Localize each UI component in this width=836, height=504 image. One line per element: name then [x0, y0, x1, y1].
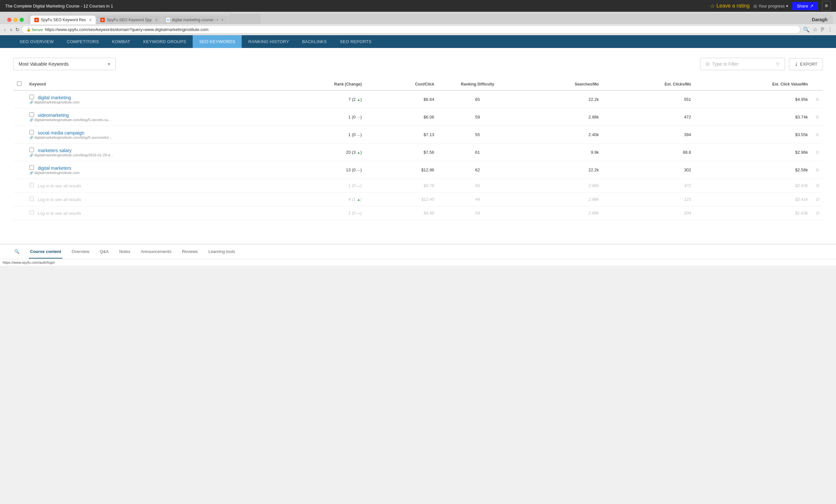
tab-reviews[interactable]: Reviews — [180, 245, 199, 258]
nav-seo-reports[interactable]: SEO Reports — [334, 35, 378, 48]
address-field[interactable]: 🔒 Secure https://www.spyfu.com/seo/keywo… — [22, 25, 800, 34]
domain-link[interactable]: 🔗digitalmarketinginstitute.com/blog/5-su… — [30, 135, 267, 139]
row-checkbox[interactable] — [30, 165, 34, 170]
nav-backlinks[interactable]: Backlinks — [296, 35, 334, 48]
tab-qa[interactable]: Q&A — [99, 245, 110, 258]
filter-icon-right: ▽ — [776, 61, 779, 66]
filter-row: Most Valuable Keywords ▾ ⊟ Type to Filte… — [13, 58, 823, 70]
copy-icon[interactable]: ⧉ — [816, 167, 819, 172]
tab3-close-icon[interactable]: ✕ — [221, 18, 224, 22]
searches-cell: 9.9k — [517, 143, 603, 161]
keyword-cell: videomarketing 🔗digitalmarketinginstitut… — [25, 109, 271, 126]
refresh-button[interactable]: ↻ — [15, 27, 20, 33]
cost-cell: $12.96 — [366, 161, 438, 179]
value-cell: $2.96k — [695, 143, 812, 161]
rank-cell: 1 (0 —) — [271, 179, 366, 193]
pinterest-icon[interactable]: ℙ — [820, 26, 825, 33]
copy-icon[interactable]: ⧉ — [816, 150, 819, 155]
browser-tab-2[interactable]: S SpyFu SEO Keyword Spy Too… ✕ — [96, 16, 162, 24]
tab2-close-icon[interactable]: ✕ — [155, 18, 158, 22]
filter-placeholder: Type to Filter — [712, 61, 739, 66]
domain-link[interactable]: 🔗digitalmarketinginstitute.com — [30, 100, 267, 104]
close-window-button[interactable] — [7, 18, 12, 22]
table-row: digital marketing 🔗digitalmarketinginsti… — [13, 91, 823, 109]
traffic-lights — [3, 15, 28, 23]
browser-tab-1[interactable]: S SpyFu SEO Keyword Researc… ✕ — [31, 16, 96, 24]
tab-announcements[interactable]: Announcements — [139, 245, 173, 258]
row-checkbox[interactable] — [30, 210, 34, 215]
copy-icon[interactable]: ⧉ — [816, 183, 819, 188]
forward-button[interactable]: › — [9, 26, 13, 33]
row-checkbox[interactable] — [30, 196, 34, 201]
cost-cell: $7.13 — [366, 126, 438, 143]
tab1-close-icon[interactable]: ✕ — [89, 18, 92, 22]
select-all-header[interactable] — [13, 78, 25, 91]
share-button[interactable]: Share ↗ — [792, 2, 818, 10]
row-checkbox[interactable] — [30, 95, 34, 99]
tab-notes[interactable]: Notes — [118, 245, 132, 258]
keyword-link[interactable]: digital marketing — [38, 95, 71, 100]
star-icon: ☆ — [710, 3, 715, 9]
minimize-window-button[interactable] — [13, 18, 18, 22]
nav-seo-overview[interactable]: SEO Overview — [13, 35, 60, 48]
bookmark-star-icon[interactable]: ☆ — [812, 26, 818, 33]
search-tab[interactable]: 🔍 — [13, 245, 21, 258]
filter-right: ⊟ Type to Filter ▽ ⤓ EXPORT — [700, 58, 823, 70]
external-link-icon: 🔗 — [30, 118, 33, 122]
copy-icon[interactable]: ⧉ — [816, 210, 819, 215]
row-select-cell — [13, 206, 25, 220]
row-checkbox[interactable] — [30, 130, 34, 135]
secure-badge: 🔒 Secure — [26, 27, 43, 32]
search-icon-button[interactable]: 🔍 — [802, 26, 810, 33]
tab-overview[interactable]: Overview — [70, 245, 91, 258]
external-link-icon: 🔗 — [30, 136, 33, 139]
nav-seo-keywords[interactable]: SEO Keywords — [193, 35, 242, 48]
row-checkbox[interactable] — [30, 148, 34, 152]
new-tab-button[interactable] — [228, 14, 261, 24]
table-header-row: Keyword Rank (Change) Cost/Click Ranking… — [13, 78, 823, 91]
tab-course-content[interactable]: Course content — [29, 245, 62, 258]
row-checkbox[interactable] — [30, 112, 34, 117]
browser-tabs: S SpyFu SEO Keyword Researc… ✕ S SpyFu S… — [28, 14, 833, 24]
maximize-window-button[interactable] — [20, 18, 24, 22]
nav-kombat[interactable]: Kombat — [106, 35, 137, 48]
copy-icon[interactable]: ⧉ — [816, 114, 819, 119]
difficulty-cell: 55 — [438, 126, 517, 143]
tab-learning-tools[interactable]: Learning tools — [207, 245, 236, 258]
leave-rating-button[interactable]: ☆ Leave a rating — [710, 3, 749, 9]
progress-icon: ◎ — [753, 4, 757, 8]
keyword-link[interactable]: marketers salary — [38, 148, 72, 153]
menu-button[interactable]: ≡ — [822, 1, 831, 11]
copy-icon[interactable]: ⧉ — [816, 132, 819, 137]
keyword-link[interactable]: social media campaign — [38, 130, 84, 135]
table-row: marketers salary 🔗digitalmarketinginstit… — [13, 143, 823, 161]
clicks-cell: 123 — [603, 193, 695, 206]
row-checkbox[interactable] — [30, 183, 34, 187]
filter-input-container[interactable]: ⊟ Type to Filter ▽ — [700, 58, 785, 70]
nav-competitors[interactable]: Competitors — [60, 35, 106, 48]
copy-icon[interactable]: ⧉ — [816, 97, 819, 102]
browser-tab-3[interactable]: G digital marketing course - Goo… ✕ — [162, 16, 228, 24]
more-options-icon[interactable]: ⋮ — [827, 26, 833, 33]
back-button[interactable]: ‹ — [3, 26, 7, 33]
keyword-cell: digital marketers 🔗digitalmarketinginsti… — [25, 161, 271, 179]
your-progress-button[interactable]: ◎ Your progress ▾ — [753, 4, 788, 8]
lock-icon: 🔒 — [26, 27, 31, 32]
domain-link[interactable]: 🔗digitalmarketinginstitute.com — [30, 171, 267, 175]
domain-link[interactable]: 🔗digitalmarketinginstitute.com/blog/5-se… — [30, 118, 267, 122]
tab3-favicon: G — [166, 18, 170, 22]
copy-icon[interactable]: ⧉ — [816, 196, 819, 202]
difficulty-cell: 54 — [438, 206, 517, 220]
page-title: The Complete Digital Marketing Course - … — [5, 4, 113, 8]
copy-cell: ⧉ — [812, 109, 823, 126]
nav-keyword-groups[interactable]: Keyword Groups — [137, 35, 193, 48]
rank-cell: 4 (1 ▲) — [271, 193, 366, 206]
rank-cell: 1 (0 —) — [271, 206, 366, 220]
domain-link[interactable]: 🔗digitalmarketinginstitute.com/blog/2016… — [30, 153, 267, 157]
nav-ranking-history[interactable]: Ranking History — [242, 35, 296, 48]
export-button[interactable]: ⤓ EXPORT — [789, 58, 823, 70]
keyword-link[interactable]: digital marketers — [38, 166, 72, 171]
keyword-filter-dropdown[interactable]: Most Valuable Keywords ▾ — [13, 58, 116, 70]
keyword-link[interactable]: videomarketing — [38, 113, 69, 118]
select-all-checkbox[interactable] — [17, 81, 22, 86]
